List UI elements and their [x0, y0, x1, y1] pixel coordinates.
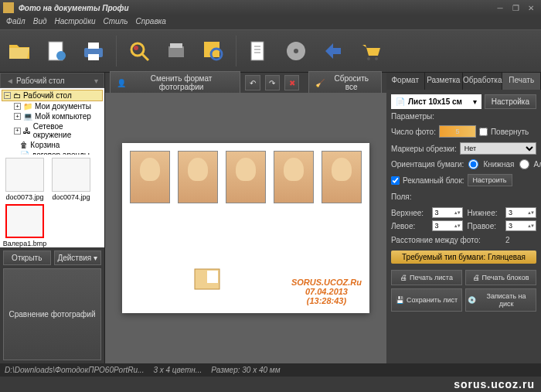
change-format-button[interactable]: 👤 Сменить формат фотографии — [110, 71, 240, 94]
open-button[interactable]: Открыть — [3, 251, 51, 265]
thumb-item[interactable]: doc0074.jpg — [49, 158, 93, 201]
svg-rect-11 — [251, 42, 264, 60]
thumb-item-selected[interactable]: Валера1.bmp — [3, 204, 46, 247]
tab-layout[interactable]: Разметка — [425, 73, 464, 90]
rotate-left-icon[interactable]: ↶ — [245, 75, 260, 90]
new-icon[interactable] — [40, 35, 73, 67]
window-title: Фото на документы Профи — [19, 4, 129, 12]
watermark-stamp: SORUS.UCOZ.Ru 07.04.2013 (13:28:43) — [291, 278, 362, 305]
tree-item[interactable]: +💻 Мой компьютер — [12, 111, 103, 121]
cart-icon[interactable] — [354, 35, 386, 67]
photo-slot[interactable] — [274, 151, 314, 203]
svg-rect-17 — [207, 271, 218, 283]
thumb-item[interactable]: doc0073.jpg — [3, 158, 46, 201]
tree-item[interactable]: 🗑 Корзина — [12, 140, 103, 150]
spacing-spinner[interactable]: 2 — [505, 236, 536, 244]
export-icon[interactable] — [317, 35, 349, 67]
params-title: Параметры: — [391, 112, 536, 121]
rotate-checkbox[interactable] — [479, 128, 488, 136]
configure2-button[interactable]: Настроить — [468, 174, 512, 186]
tree-item[interactable]: +📁 Мои документы — [12, 101, 103, 111]
sidebar: ◄ Рабочий стол ▾ −🗀 Рабочий стол +📁 Мои … — [0, 73, 105, 363]
svg-point-15 — [375, 57, 378, 60]
tabs: Формат Разметка Обработка Печать — [386, 73, 541, 90]
open-icon[interactable] — [3, 35, 36, 67]
menubar: Файл Вид Настройки Стиль Справка — [0, 15, 541, 29]
photo-slot[interactable] — [226, 151, 266, 203]
tree-root[interactable]: −🗀 Рабочий стол — [2, 90, 103, 101]
paper-sheet: SORUS.UCOZ.Ru 07.04.2013 (13:28:43) — [122, 143, 369, 313]
margin-right-spinner[interactable]: 3 — [505, 220, 536, 231]
print-blocks-button[interactable]: 🖨 Печать блоков — [465, 270, 536, 285]
paper-requirement: Требуемый тип бумаги: Глянцевая — [391, 251, 536, 264]
toolbar — [0, 29, 541, 73]
tab-print[interactable]: Печать — [502, 73, 541, 90]
format-icon[interactable] — [243, 35, 275, 67]
statusbar: D:\Downloads\ФотодокПРО60PortRu... 3 x 4… — [0, 363, 541, 377]
photo-slot[interactable] — [130, 151, 170, 203]
cd-icon[interactable] — [280, 35, 312, 67]
titlebar: Фото на документы Профи ─ ❐ ✕ — [0, 0, 541, 15]
menu-file[interactable]: Файл — [6, 17, 26, 28]
thumbnail-pane[interactable]: doc0073.jpg doc0074.jpg Валера1.bmp — [0, 155, 104, 247]
margin-left-spinner[interactable]: 3 — [432, 220, 463, 231]
paper-preview[interactable]: SORUS.UCOZ.Ru 07.04.2013 (13:28:43) — [105, 93, 386, 363]
delete-icon[interactable]: ✖ — [284, 75, 299, 90]
print-sheet-button[interactable]: 🖨 Печать листа — [391, 270, 462, 285]
menu-style[interactable]: Стиль — [103, 17, 128, 28]
dropdown-icon[interactable]: ▾ — [94, 77, 98, 85]
actions-button[interactable]: Действия ▾ — [54, 251, 102, 265]
capture-icon[interactable] — [123, 35, 155, 67]
orientation-label: Ориентация бумаги: — [391, 160, 464, 169]
breadcrumb-label: Рабочий стол — [16, 77, 65, 85]
back-icon[interactable]: ◄ — [6, 77, 14, 85]
svg-point-1 — [56, 51, 66, 60]
photo-slot[interactable] — [322, 151, 362, 203]
status-size: Размер: 30 x 40 мм — [211, 366, 280, 374]
svg-point-6 — [134, 46, 138, 50]
center-pane: 👤 Сменить формат фотографии ↶ ↷ ✖ 🧹 Сбро… — [105, 73, 386, 363]
zoom-icon[interactable] — [197, 35, 230, 67]
center-toolbar: 👤 Сменить формат фотографии ↶ ↷ ✖ 🧹 Сбро… — [105, 73, 386, 93]
svg-rect-3 — [88, 43, 99, 49]
status-path: D:\Downloads\ФотодокПРО60PortRu... — [5, 366, 144, 374]
status-info: 3 x 4 цветн... — [153, 366, 202, 374]
breadcrumb[interactable]: ◄ Рабочий стол ▾ — [0, 73, 104, 88]
portrait-radio[interactable] — [468, 159, 478, 169]
svg-rect-7 — [168, 46, 184, 57]
right-panel: Формат Разметка Обработка Печать 📄 Лист … — [386, 73, 541, 363]
menu-help[interactable]: Справка — [135, 17, 165, 28]
margins-title: Поля: — [391, 193, 536, 201]
svg-rect-8 — [170, 43, 182, 48]
save-sheet-button[interactable]: 💾 Сохранить лист — [391, 288, 462, 312]
scan-icon[interactable] — [160, 35, 192, 67]
tree-item[interactable]: +🖧 Сетевое окружение — [12, 121, 103, 140]
tab-processing[interactable]: Обработка — [463, 73, 502, 90]
reset-all-button[interactable]: 🧹 Сбросить все — [308, 71, 382, 94]
margin-top-spinner[interactable]: 3 — [432, 207, 463, 218]
menu-view[interactable]: Вид — [33, 17, 47, 28]
photo-slot[interactable] — [178, 151, 218, 203]
photo-count-spinner[interactable]: 5 — [439, 125, 476, 138]
app-icon — [3, 2, 14, 13]
margin-bottom-spinner[interactable]: 3 — [505, 207, 536, 218]
site-watermark: sorus.ucoz.ru — [454, 378, 535, 390]
landscape-radio[interactable] — [519, 159, 529, 169]
tab-format[interactable]: Формат — [386, 73, 425, 90]
rotate-right-icon[interactable]: ↷ — [265, 75, 280, 90]
burn-disc-button[interactable]: 💿 Записать на диск — [465, 288, 536, 312]
folder-tree[interactable]: −🗀 Рабочий стол +📁 Мои документы +💻 Мой … — [0, 88, 104, 155]
minimize-icon[interactable]: ─ — [493, 2, 507, 13]
maximize-icon[interactable]: ❐ — [509, 2, 522, 13]
crop-label: Маркеры обрезки: — [391, 145, 457, 153]
menu-settings[interactable]: Настройки — [54, 17, 95, 28]
close-icon[interactable]: ✕ — [524, 2, 538, 13]
compare-button[interactable]: Сравнение фотографий — [3, 268, 101, 361]
book-icon — [192, 263, 223, 294]
sheet-select[interactable]: 📄 Лист 10x15 см▾ — [391, 94, 481, 109]
svg-rect-4 — [88, 54, 99, 60]
configure-button[interactable]: Настройка — [485, 94, 536, 109]
adblock-checkbox[interactable] — [391, 176, 400, 185]
print-icon[interactable] — [77, 35, 110, 67]
crop-select[interactable]: Нет — [460, 142, 536, 155]
